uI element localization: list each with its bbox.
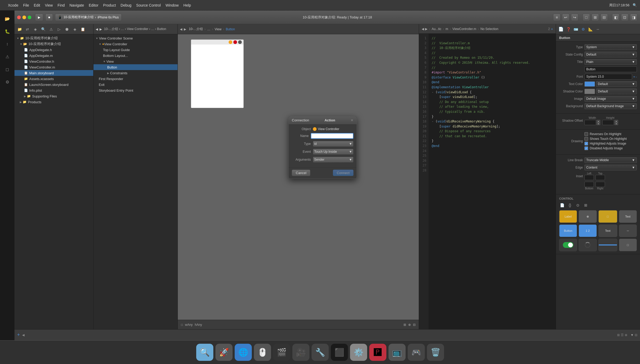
scene-toolbar-nav-left[interactable]: ◀ [96,27,98,31]
dock-tools[interactable]: 🔧 [312,344,329,361]
folder-nav-icon[interactable]: 📁 [17,26,22,32]
dock-screenflow[interactable]: 🎥 [292,344,309,361]
minimize-button[interactable] [22,16,26,19]
control-text-item[interactable]: Text [619,210,637,223]
inspector-connections-icon[interactable]: ↔ [595,26,601,32]
inspector-identity-icon[interactable]: 🪪 [573,26,579,32]
breadcrumb-nav-left[interactable]: ◀ [422,27,424,31]
gutter-tests-icon[interactable]: ◻ [2,64,12,74]
dock-app3[interactable]: 🎮 [408,344,425,361]
close-button[interactable] [17,16,21,19]
canvas-bottom-fit-icon[interactable]: ⊟ [413,323,416,327]
navigator-toggle-button[interactable]: ≡ [553,14,560,21]
menu-xcode[interactable]: Xcode [8,3,18,7]
control-grid-icon[interactable]: ⊞ [583,202,589,208]
font-value[interactable]: System 15.0 [584,74,632,80]
hide-right-panel-button[interactable]: ◨ [630,14,637,21]
status-wc-icon[interactable]: ⊞ [617,333,620,337]
menu-editor[interactable]: Editor [89,3,99,7]
tree-item-appdelegate-h[interactable]: 📄 AppDelegate.h [14,47,93,53]
assistant-editor-button[interactable]: ⊞ [592,14,599,21]
dock-finder[interactable]: 🔍 [196,344,213,361]
status-collapse-icon[interactable]: ⊟ [635,333,637,337]
symbol-nav-icon[interactable]: ◈ [32,26,38,32]
scene-item-view[interactable]: ▼ View [93,58,178,64]
scene-item-exit[interactable]: Exit [93,82,178,87]
git-nav-icon[interactable]: ⇄ [24,26,30,32]
test-nav-icon[interactable]: ▷ [56,26,62,32]
scene-item-button[interactable]: Button [93,64,178,70]
state-select[interactable]: Default ▼ [584,52,637,57]
inspector-file-icon[interactable]: 📄 [558,26,564,32]
popup-event-select[interactable]: Touch Up Inside ▼ [313,149,353,155]
dock-trash[interactable]: 🗑️ [427,344,444,361]
shadow-color-swatch[interactable] [584,89,595,94]
right-inset-input[interactable]: 0 [595,182,605,187]
menu-navigate[interactable]: Navigate [70,3,84,7]
font-size-down-icon[interactable]: - [636,75,637,79]
scene-item-top-layout[interactable]: Top Layout Guide [93,47,178,53]
control-gray-item[interactable]: □ [619,239,637,251]
line-break-select[interactable]: Truncate Middle ▼ [584,157,637,163]
text-color-select[interactable]: Default ▼ [596,81,637,87]
debug-toggle-button[interactable]: ↩ [562,14,569,21]
popup-arguments-select[interactable]: Sender ▼ [313,157,353,163]
issues-nav-icon[interactable]: ⚠ [48,26,54,32]
gutter-debug-icon[interactable]: 🐛 [2,26,12,36]
control-progress-item[interactable]: ⊕ [579,210,597,223]
canvas-bottom-grid-icon[interactable]: ⊞ [403,323,406,327]
tree-root[interactable]: ▼ 📁 10-应用程序对象介绍 [14,35,93,41]
menu-file[interactable]: File [23,3,29,7]
tree-item-infoplist[interactable]: 📄 Info.plist [14,87,93,93]
popup-type-select[interactable]: id ▼ [313,141,353,147]
breakpoints-nav-icon[interactable]: ◈ [72,26,78,32]
control-box-item[interactable]: □ [598,210,617,223]
control-label-item[interactable]: Label [559,210,577,223]
canvas-nav-right[interactable]: ▶ [184,27,186,31]
tree-item-appdelegate-m[interactable]: 📄 AppDelegate.m [14,53,93,58]
scene-item-entry-point[interactable]: Storyboard Entry Point [93,87,178,93]
font-size-up-icon[interactable]: + [633,75,635,79]
control-spinner-item[interactable] [579,239,597,251]
inspector-toggle-button[interactable]: ↪ [571,14,578,21]
menu-edit[interactable]: Edit [34,3,40,7]
left-inset-input[interactable]: 0 [584,175,594,180]
scene-item-root[interactable]: ▼ View Controller Scene [93,35,178,41]
breadcrumb-nav-right[interactable]: ▶ [425,27,427,31]
menu-product[interactable]: Product [103,3,116,7]
dock-sysprefs[interactable]: ⚙️ [350,344,367,361]
bottom-inset-input[interactable]: 0 [584,182,594,187]
version-editor-button[interactable]: ⊟ [600,14,608,21]
gutter-issues-icon[interactable]: ⚠ [2,52,12,62]
highlighted-checkbox[interactable]: ✓ [584,142,588,145]
dock-terminal[interactable]: ⬛ [331,344,348,361]
scene-item-first-responder[interactable]: First Responder [93,76,178,82]
menu-debug[interactable]: Debug [121,3,131,7]
menu-bar-search-icon[interactable]: 🔍 [633,3,637,7]
gutter-navigator-icon[interactable]: 📂 [2,14,12,24]
gutter-build-icon[interactable]: ⚙ [2,77,12,87]
type-select[interactable]: System ▼ [584,44,637,50]
dock-safari[interactable]: 🌐 [235,344,252,361]
status-grid-icon[interactable]: ☰ [621,333,624,337]
dock-app1[interactable]: 🅿 [369,344,386,361]
tree-item-group[interactable]: ▼ 📂 10-应用程序对象介绍 [14,41,93,47]
width-input[interactable]: 0 [584,120,596,125]
tree-item-products[interactable]: ▶ 📁 Products [14,99,93,105]
maximize-button[interactable] [28,16,31,19]
menu-source-control[interactable]: Source Control [136,3,161,7]
scheme-selector[interactable]: 📱 10-应用程序对象介绍 › iPhone 6s Plus [55,14,121,21]
debug-nav-icon[interactable]: ⬟ [64,26,70,32]
dock-launchpad[interactable]: 🚀 [215,344,233,361]
add-file-button[interactable]: + [17,332,20,338]
hide-left-panel-button[interactable]: ◧ [612,14,619,21]
inspector-quick-help-icon[interactable]: ❓ [565,26,571,32]
cancel-button[interactable]: Cancel [292,170,310,176]
width-down-button[interactable]: ▼ [597,122,600,125]
tree-item-assets[interactable]: 📁 Assets.xcassets [14,76,93,82]
text-color-swatch[interactable] [584,81,595,87]
breadcrumb-auttic[interactable]: Au...tic [432,27,441,31]
inspector-size-icon[interactable]: 📐 [588,26,593,32]
storyboard-canvas[interactable]: Connection Action ✕ Object View Controll… [178,34,419,329]
tree-item-viewcontroller-m[interactable]: 📄 ViewController.m [14,64,93,70]
